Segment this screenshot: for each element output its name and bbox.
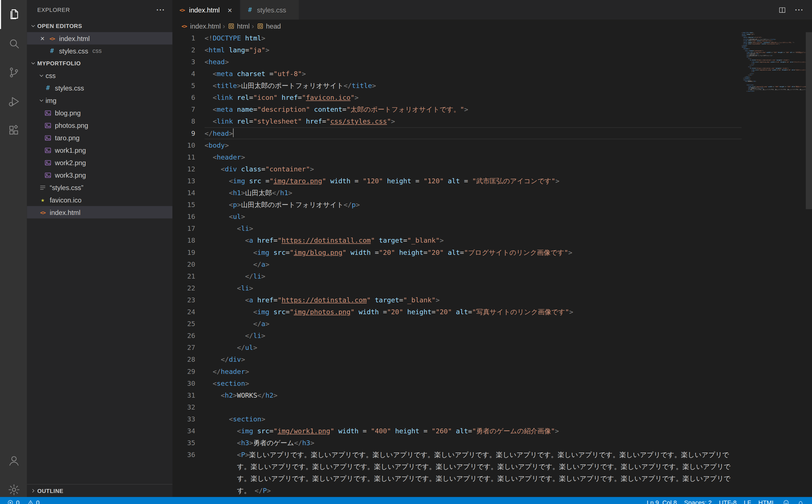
close-editor-icon[interactable]: × (37, 35, 48, 42)
status-ln-9-col-8[interactable]: Ln 9, Col 8 (643, 497, 680, 504)
code-line-31[interactable]: 31<h2>WORKS</h2> (173, 389, 742, 401)
more-actions-icon[interactable]: ··· (156, 6, 165, 14)
status-0[interactable]: 0 (23, 497, 43, 504)
code-line-9[interactable]: 9</head> (173, 127, 742, 139)
code-line-21[interactable]: 21</li> (173, 270, 742, 282)
source-control-icon[interactable] (0, 58, 27, 87)
code-text: <div class="container"> (204, 163, 742, 175)
code-line-16[interactable]: 16<ul> (173, 211, 742, 223)
more-actions-icon[interactable]: ··· (795, 6, 804, 14)
code-line-1[interactable]: 1<!DOCTYPE html> (173, 32, 742, 44)
account-icon[interactable] (0, 446, 27, 475)
file-photos.png[interactable]: photos.png (27, 119, 172, 132)
file-work3.png[interactable]: work3.png (27, 169, 172, 181)
token (233, 118, 237, 125)
token: "description" (752, 42, 763, 43)
status-spaces-2[interactable]: Spaces: 2 (680, 497, 715, 504)
explorer-icon[interactable] (0, 0, 27, 29)
code-line-5[interactable]: 5<title>山田太郎のポートフォリオサイト</title> (173, 80, 742, 92)
open-editor-index.html[interactable]: ×<>index.html (27, 32, 172, 44)
file-“styles.css”[interactable]: “styles.css” (27, 181, 172, 194)
code-line-12[interactable]: 12<div class="container"> (173, 163, 742, 175)
code-line-7[interactable]: 7<meta name="description" content="太郎のポー… (173, 104, 742, 115)
file-work1.png[interactable]: work1.png (27, 144, 172, 156)
file-favicon.ico[interactable]: ★favicon.ico (27, 194, 172, 206)
token: https://dotinstall.com (281, 236, 370, 244)
code-line-22[interactable]: 22<li> (173, 282, 742, 294)
code-line-24[interactable]: 24<img src="img/photos.png" width ="20" … (173, 306, 742, 318)
status-html[interactable]: HTML (755, 497, 779, 504)
token: < (237, 427, 241, 435)
code-line-30[interactable]: 30<section> (173, 377, 742, 389)
status-lf[interactable]: LF (740, 497, 755, 504)
section-open-editors[interactable]: OPEN EDITORS (27, 20, 172, 32)
file-work2.png[interactable]: work2.png (27, 156, 172, 169)
breadcrumb-item-index.html[interactable]: <>index.html (180, 22, 221, 30)
code-line-10[interactable]: 10<body> (173, 139, 742, 151)
status-bell-icon[interactable] (793, 497, 808, 504)
token: = (269, 427, 273, 435)
token: "120" (785, 51, 789, 53)
code-line-27[interactable]: 27</ul> (173, 342, 742, 354)
token: "container" (265, 165, 310, 173)
status-left: 00 (0, 497, 43, 504)
status-0[interactable]: 0 (3, 497, 23, 504)
token: alt (792, 70, 794, 71)
code-line-19[interactable]: 19<img src="img/blog.png" width ="20" he… (173, 246, 742, 258)
code-line-26[interactable]: 26</li> (173, 330, 742, 342)
tab-styles.css[interactable]: #styles.css (240, 0, 299, 20)
code-line-36[interactable]: 36<P>楽しいアプリです。楽しいアプリです。楽しいアプリです。楽しいアプリです… (173, 449, 742, 496)
section-outline[interactable]: OUTLINE (27, 484, 172, 497)
file-styles.css[interactable]: #styles.css (27, 82, 172, 94)
run-debug-icon[interactable] (0, 87, 27, 116)
code-line-33[interactable]: 33<section> (173, 413, 742, 425)
token: h3 (241, 439, 249, 447)
split-editor-icon[interactable] (778, 5, 787, 14)
code-line-13[interactable]: 13<img src ="img/taro.png" width = "120"… (173, 175, 742, 187)
file-index.html[interactable]: <>index.html (27, 206, 172, 218)
open-editor-styles.css[interactable]: #styles.csscss (27, 44, 172, 57)
code-line-3[interactable]: 3<head> (173, 56, 742, 68)
code-line-20[interactable]: 20</a> (173, 258, 742, 270)
code-line-28[interactable]: 28</div> (173, 354, 742, 365)
minimap[interactable]: <!DOCTYPE html><html lang="ja"><head><me… (742, 32, 806, 92)
token: 山田太郎のポートフォリオサイト (241, 82, 344, 89)
token: "20" (379, 249, 395, 256)
code-line-15[interactable]: 15<p>山田太郎のポートフォリオサイト</p> (173, 199, 742, 211)
code-line-29[interactable]: 29</header> (173, 365, 742, 377)
close-icon[interactable]: × (225, 5, 235, 14)
status-label: UTF-8 (719, 499, 736, 504)
code-line-34[interactable]: 34<img src="img/work1.png" width = "400"… (173, 425, 742, 437)
code-line-18[interactable]: 18<a href="https://dotinstall.com" targe… (173, 234, 742, 246)
breadcrumb-item-html[interactable]: html (227, 22, 250, 30)
code-line-4[interactable]: 4<meta charset ="utf-8"> (173, 68, 742, 80)
code-line-25[interactable]: 25</a> (173, 318, 742, 330)
code-line-6[interactable]: 6<link rel="icon" href="favicon.ico"> (173, 92, 742, 104)
section-myportfolio[interactable]: MYPORTFOLIO (27, 57, 172, 69)
token: href (306, 118, 322, 125)
code-line-8[interactable]: 8<link rel="stylesheet" href="css/styles… (173, 115, 742, 127)
section-label: OUTLINE (37, 488, 63, 494)
status-feedback-icon[interactable] (779, 497, 793, 504)
token: > (772, 40, 772, 42)
code-line-35[interactable]: 35<h3>勇者のゲーム</h3> (173, 437, 742, 449)
code-line-14[interactable]: 14<h1>山田太郎</h1> (173, 187, 742, 199)
file-blog.png[interactable]: blog.png (27, 107, 172, 119)
folder-img[interactable]: img (27, 94, 172, 107)
scrollbar[interactable] (806, 32, 812, 209)
code-area[interactable]: 1<!DOCTYPE html>2<html lang="ja">3<head>… (173, 32, 812, 504)
breadcrumb-item-head[interactable]: head (256, 22, 281, 30)
extensions-icon[interactable] (0, 116, 27, 145)
status-utf-8[interactable]: UTF-8 (715, 497, 740, 504)
code-line-11[interactable]: 11<header> (173, 151, 742, 163)
code-line-17[interactable]: 17<li> (173, 223, 742, 234)
file-taro.png[interactable]: taro.png (27, 132, 172, 144)
code-line-32[interactable]: 32 (173, 401, 742, 413)
code-line-23[interactable]: 23<a href="https://dotinstal.com" target… (173, 294, 742, 306)
tab-index.html[interactable]: <>index.html× (173, 0, 240, 20)
token (354, 308, 358, 316)
search-icon[interactable] (0, 29, 27, 58)
token: section (747, 84, 753, 85)
code-line-2[interactable]: 2<html lang="ja"> (173, 44, 742, 56)
folder-css[interactable]: css (27, 69, 172, 82)
